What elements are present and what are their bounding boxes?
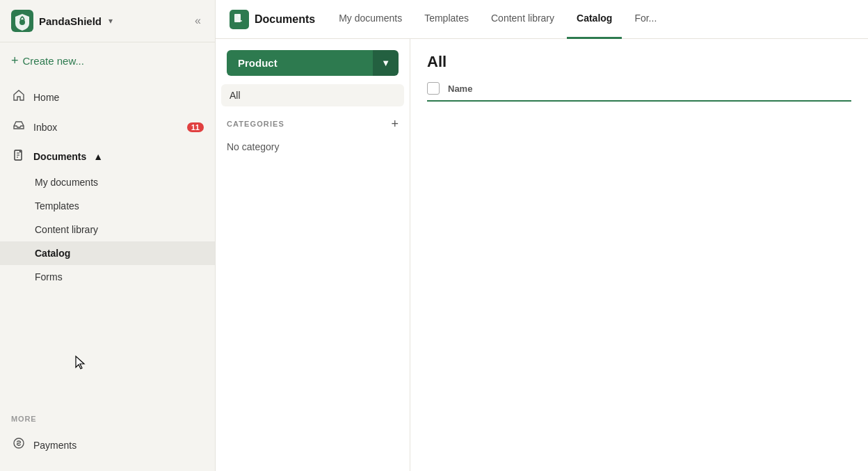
sidebar-item-content-library[interactable]: Content library <box>0 218 215 241</box>
sidebar-brand[interactable]: PandaShield ▾ <box>11 10 113 32</box>
payments-icon <box>11 437 26 453</box>
tab-my-documents-label: My documents <box>339 13 402 24</box>
sidebar-collapse-button[interactable]: « <box>192 12 204 30</box>
sidebar-item-payments[interactable]: Payments <box>0 430 215 460</box>
svg-rect-6 <box>236 20 242 22</box>
sidebar-nav: Home Inbox 11 Documents ▲ My documents <box>0 79 215 404</box>
brand-chevron-icon: ▾ <box>108 16 113 26</box>
tab-forms-label: For... <box>634 13 657 24</box>
caret-icon: ▼ <box>381 58 390 68</box>
home-icon <box>11 89 26 105</box>
categories-header: CATEGORIES + <box>216 112 410 136</box>
sidebar-item-inbox[interactable]: Inbox 11 <box>0 112 215 142</box>
product-button[interactable]: Product <box>227 50 373 76</box>
documents-icon <box>11 149 26 163</box>
sidebar-item-home[interactable]: Home <box>0 82 215 112</box>
all-filter-item[interactable]: All <box>221 84 404 106</box>
tab-catalog-label: Catalog <box>577 13 612 24</box>
forms-label: Forms <box>35 271 63 282</box>
product-caret-button[interactable]: ▼ <box>373 50 399 76</box>
sidebar-item-documents[interactable]: Documents ▲ <box>0 142 215 170</box>
tab-catalog[interactable]: Catalog <box>567 0 622 39</box>
table-col-name: Name <box>448 83 472 94</box>
sidebar-item-forms[interactable]: Forms <box>0 265 215 289</box>
tab-content-library[interactable]: Content library <box>481 0 564 39</box>
inbox-badge: 11 <box>187 122 204 132</box>
brand-name: PandaShield <box>39 15 102 27</box>
more-label: MORE <box>11 415 37 423</box>
select-all-checkbox[interactable] <box>427 82 440 95</box>
catalog-label: Catalog <box>35 248 70 259</box>
main-content: Documents My documents Templates Content… <box>216 0 868 471</box>
tab-content-library-label: Content library <box>491 13 554 24</box>
right-panel: All Name <box>410 39 868 471</box>
payments-label: Payments <box>33 440 77 451</box>
no-category-item: No category <box>216 136 410 158</box>
sidebar-documents-label: Documents <box>33 151 86 162</box>
my-documents-label: My documents <box>35 177 98 188</box>
sidebar: PandaShield ▾ « + Create new... Home Inb… <box>0 0 216 471</box>
create-new-label: Create new... <box>23 55 84 67</box>
sidebar-documents-section: Documents ▲ My documents Templates Conte… <box>0 142 215 289</box>
top-nav: Documents My documents Templates Content… <box>216 0 868 39</box>
sidebar-header: PandaShield ▾ « <box>0 0 215 42</box>
plus-icon: + <box>11 54 19 68</box>
sidebar-item-catalog[interactable]: Catalog <box>0 241 215 265</box>
sidebar-item-inbox-label: Inbox <box>33 122 57 133</box>
brand-logo-icon <box>11 10 33 32</box>
create-new-button[interactable]: + Create new... <box>11 54 84 68</box>
inbox-icon <box>11 119 26 135</box>
tab-my-documents[interactable]: My documents <box>329 0 412 39</box>
top-nav-title: Documents <box>255 13 315 26</box>
sidebar-item-home-label: Home <box>33 92 59 103</box>
sidebar-item-templates[interactable]: Templates <box>0 194 215 218</box>
svg-point-1 <box>19 19 25 25</box>
content-library-label: Content library <box>35 224 98 235</box>
sidebar-create-section: + Create new... <box>0 42 215 79</box>
add-category-button[interactable]: + <box>391 118 399 130</box>
sidebar-item-my-documents[interactable]: My documents <box>0 170 215 194</box>
sidebar-bottom: Payments <box>0 427 215 471</box>
documents-children: My documents Templates Content library C… <box>0 170 215 289</box>
top-nav-documents-icon <box>230 10 249 29</box>
sidebar-more-section: MORE <box>0 404 215 427</box>
all-heading: All <box>427 53 851 71</box>
table-header: Name <box>427 82 851 102</box>
product-btn-wrapper: Product ▼ <box>216 50 410 84</box>
categories-label: CATEGORIES <box>227 120 284 128</box>
templates-label: Templates <box>35 200 79 211</box>
tab-templates-label: Templates <box>424 13 469 24</box>
tab-templates[interactable]: Templates <box>415 0 479 39</box>
content-area: Product ▼ All CATEGORIES + No category A… <box>216 39 868 471</box>
top-nav-logo: Documents <box>230 10 315 29</box>
documents-expand-icon: ▲ <box>93 151 103 162</box>
left-panel: Product ▼ All CATEGORIES + No category <box>216 39 410 471</box>
tab-forms[interactable]: For... <box>625 0 666 39</box>
